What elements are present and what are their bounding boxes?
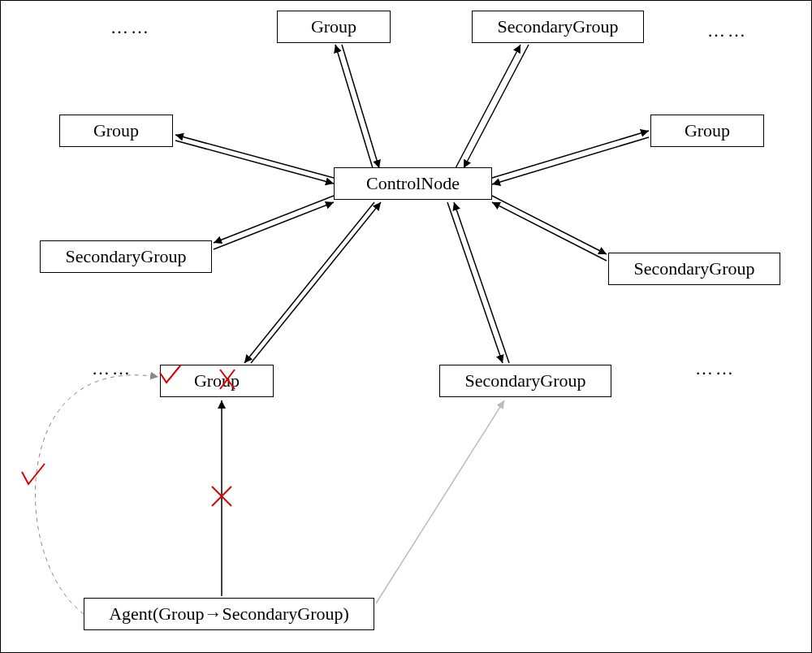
node-group-top: Group xyxy=(277,11,391,43)
node-secondary-right: SecondaryGroup xyxy=(608,253,780,285)
ellipsis-top-left: …… xyxy=(110,17,151,38)
svg-line-6 xyxy=(492,131,649,178)
svg-line-11 xyxy=(492,202,607,261)
svg-line-9 xyxy=(214,202,334,249)
svg-line-5 xyxy=(175,141,334,184)
svg-line-2 xyxy=(456,45,520,168)
svg-line-13 xyxy=(251,202,381,363)
svg-line-14 xyxy=(447,202,503,363)
ellipsis-mid-left: …… xyxy=(92,358,132,379)
svg-line-10 xyxy=(492,196,607,254)
node-agent: Agent(Group→SecondaryGroup) xyxy=(84,598,374,630)
svg-line-17 xyxy=(376,400,504,603)
node-secondary-left: SecondaryGroup xyxy=(40,240,212,273)
svg-line-4 xyxy=(175,135,334,178)
svg-line-7 xyxy=(492,137,649,184)
ellipsis-mid-right: …… xyxy=(695,358,736,379)
node-group-right: Group xyxy=(650,115,764,147)
svg-line-8 xyxy=(214,196,334,243)
svg-line-1 xyxy=(342,45,379,168)
svg-line-20 xyxy=(212,487,231,506)
svg-line-0 xyxy=(335,45,373,168)
svg-line-15 xyxy=(454,202,509,363)
node-group-mid: Group xyxy=(160,365,274,397)
svg-line-21 xyxy=(212,487,231,506)
node-control: ControlNode xyxy=(334,167,492,200)
ellipsis-top-right: …… xyxy=(707,20,748,41)
svg-line-12 xyxy=(244,202,374,363)
svg-line-3 xyxy=(464,45,529,168)
arrows-overlay xyxy=(1,1,812,653)
node-secondary-top: SecondaryGroup xyxy=(472,11,644,43)
node-secondary-mid: SecondaryGroup xyxy=(439,365,611,397)
node-group-left: Group xyxy=(59,115,173,147)
